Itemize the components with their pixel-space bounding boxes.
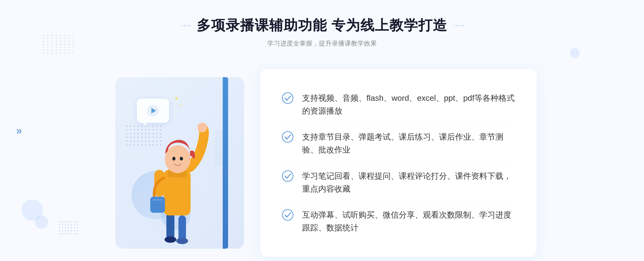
decorator-dots-left — [181, 25, 190, 26]
features-panel: 支持视频、音频、flash、word、excel、ppt、pdf等各种格式的资源… — [260, 69, 537, 257]
feature-item-1: 支持视频、音频、flash、word、excel、ppt、pdf等各种格式的资源… — [282, 85, 515, 124]
svg-rect-5 — [178, 215, 186, 241]
check-circle-icon-1 — [282, 92, 294, 104]
svg-rect-4 — [166, 213, 174, 240]
dot-pattern-topleft: document.write(Array(56).fill('<span></s… — [43, 35, 75, 67]
svg-point-20 — [282, 210, 293, 220]
svg-point-6 — [164, 236, 176, 243]
subtitle: 学习进度全掌握，提升录播课教学效果 — [181, 39, 463, 48]
content-area: ✦ ✦ — [107, 64, 537, 257]
blue-vertical-bar — [223, 77, 228, 249]
main-title: 多项录播课辅助功能 专为线上教学打造 — [197, 16, 447, 35]
svg-point-14 — [180, 157, 183, 161]
decorator-dots-right — [454, 25, 463, 26]
feature-text-3: 学习笔记回看、课程提问、课程评论打分、课件资料下载，重点内容收藏 — [302, 170, 515, 195]
header-decorators: 多项录播课辅助功能 专为线上教学打造 — [181, 16, 463, 35]
svg-rect-16 — [153, 199, 162, 200]
svg-point-17 — [282, 93, 293, 103]
illustration-area: ✦ ✦ — [107, 69, 263, 257]
character-illustration — [131, 98, 223, 249]
dot-pattern-bottomleft: document.write(Array(35).fill('<span sty… — [59, 221, 78, 234]
bottom-circle-deco — [21, 199, 48, 229]
svg-point-13 — [172, 157, 175, 161]
svg-point-12 — [165, 145, 191, 173]
left-arrow-decoration: » — [16, 125, 22, 137]
feature-item-2: 支持章节目录、弹题考试、课后练习、课后作业、章节测验、批改作业 — [282, 124, 515, 163]
page-container: » document.write(Array(56).fill('<span><… — [0, 0, 644, 261]
top-right-deco — [570, 48, 580, 58]
feature-item-4: 互动弹幕、试听购买、微信分享、观看次数限制、学习进度跟踪、数据统计 — [282, 202, 515, 241]
svg-point-18 — [282, 132, 293, 142]
feature-text-2: 支持章节目录、弹题考试、课后练习、课后作业、章节测验、批改作业 — [302, 130, 515, 156]
check-circle-icon-3 — [282, 170, 294, 182]
svg-point-19 — [282, 171, 293, 181]
check-circle-icon-4 — [282, 209, 294, 221]
svg-point-7 — [176, 238, 188, 244]
feature-text-1: 支持视频、音频、flash、word、excel、ppt、pdf等各种格式的资源… — [302, 92, 515, 117]
check-circle-icon-2 — [282, 131, 294, 143]
header-section: 多项录播课辅助功能 专为线上教学打造 学习进度全掌握，提升录播课教学效果 — [181, 16, 463, 48]
svg-point-11 — [197, 123, 207, 132]
svg-rect-15 — [150, 197, 165, 213]
feature-item-3: 学习笔记回看、课程提问、课程评论打分、课件资料下载，重点内容收藏 — [282, 163, 515, 202]
feature-text-4: 互动弹幕、试听购买、微信分享、观看次数限制、学习进度跟踪、数据统计 — [302, 208, 515, 234]
